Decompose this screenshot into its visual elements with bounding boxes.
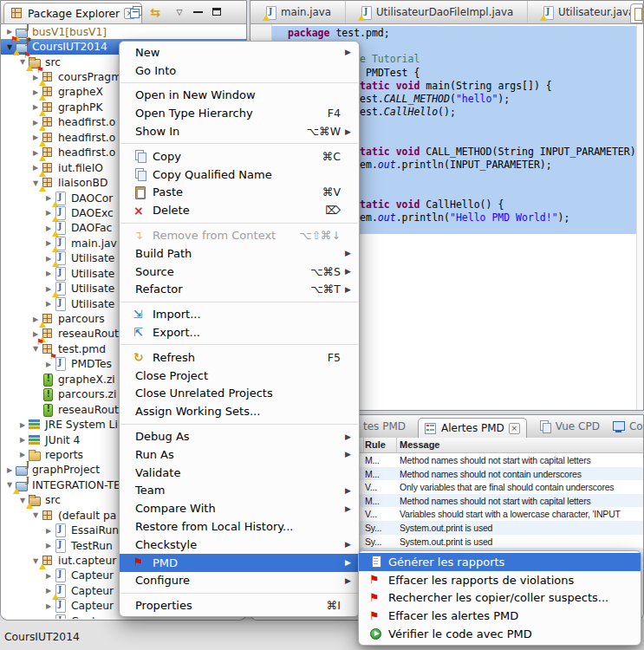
expand-arrow-icon[interactable]: ▶ (43, 255, 54, 263)
menu-item-restore-from-local-history[interactable]: Restore from Local History... (120, 517, 359, 536)
menu-item-checkstyle[interactable]: Checkstyle▶ (120, 536, 359, 554)
expand-arrow-icon[interactable]: ▶ (30, 330, 41, 338)
expand-arrow-icon[interactable]: ▶ (17, 451, 28, 458)
collapse-arrow-icon[interactable]: ▼ (17, 497, 28, 504)
menu-item-properties[interactable]: Properties⌘I (120, 596, 359, 614)
collapse-arrow-icon[interactable]: ▼ (30, 511, 41, 519)
menu-item-label: Compare With (135, 502, 216, 515)
expand-arrow-icon[interactable]: ▶ (4, 28, 15, 36)
menu-item-export[interactable]: ⇱Export... (120, 323, 359, 341)
submenu-arrow-icon: ▶ (341, 267, 351, 276)
collapse-arrow-icon[interactable]: ▼ (4, 43, 15, 51)
pmd-submenu-item-effacer-les-rapports-de-violations[interactable]: ⚑Effacer les rapports de violations (359, 571, 641, 589)
expand-arrow-icon[interactable]: ▶ (30, 149, 41, 157)
expand-arrow-icon[interactable]: ▶ (43, 602, 54, 610)
expand-arrow-icon[interactable]: ▶ (43, 270, 54, 277)
expand-arrow-icon[interactable]: ▶ (43, 285, 54, 293)
editor-tab-main-java[interactable]: main.java (250, 1, 346, 23)
collapse-arrow-icon[interactable]: ▼ (17, 58, 28, 66)
menu-item-copy-qualified-name[interactable]: Copy Qualified Name (120, 166, 359, 184)
expand-arrow-icon[interactable]: ▶ (43, 542, 54, 549)
menu-item-refactor[interactable]: Refactor⌥⌘T▶ (120, 281, 359, 299)
menu-item-validate[interactable]: Validate (120, 464, 359, 482)
expand-arrow-icon[interactable]: ▶ (43, 361, 54, 368)
tree-item-label: Capteur (71, 600, 114, 612)
editor-tab-partial[interactable] (630, 3, 643, 23)
collapse-arrow-icon[interactable]: ▼ (4, 481, 15, 489)
expand-arrow-icon[interactable]: ▶ (30, 315, 41, 323)
pmd-submenu-item-effacer-les-alertes-pmd[interactable]: ⚑Effacer les alertes PMD (359, 607, 641, 625)
overview-ruler[interactable] (636, 24, 643, 410)
menu-item-assign-working-sets[interactable]: Assign Working Sets... (120, 402, 359, 420)
menu-item-run-as[interactable]: Run As▶ (120, 445, 359, 464)
package-explorer-tab[interactable]: Package Explorer × (3, 3, 142, 23)
expand-arrow-icon[interactable]: ▶ (43, 300, 54, 308)
view-menu-icon[interactable]: ▽ (172, 4, 187, 20)
tree-item-label: JRE System Lib (45, 419, 125, 431)
column-divider[interactable] (363, 438, 364, 452)
expand-arrow-icon[interactable]: ▶ (43, 587, 54, 595)
alert-message-cell: Method names should not contain undersco… (400, 469, 641, 479)
expand-arrow-icon[interactable]: ▶ (43, 572, 54, 580)
minimize-icon[interactable] (191, 4, 206, 20)
menu-item-compare-with[interactable]: Compare With▶ (120, 499, 359, 517)
collapse-arrow-icon[interactable]: ▼ (30, 557, 41, 565)
maximize-icon[interactable] (210, 4, 225, 20)
menu-item-source[interactable]: Source⌥⌘S▶ (120, 263, 359, 281)
pmd-submenu-item-v-rifier-le-code-avec-pmd[interactable]: Vérifier le code avec PMD (359, 625, 641, 643)
pmd-submenu-item-g-n-rer-les-rapports[interactable]: Générer les rapports (359, 553, 641, 571)
expand-arrow-icon[interactable]: ▶ (17, 421, 28, 429)
menu-item-paste[interactable]: Paste⌘V (120, 184, 359, 202)
column-header-rule[interactable]: Rule (365, 439, 386, 450)
expand-arrow-icon[interactable]: ▶ (43, 617, 54, 619)
tab-synthese-pmd[interactable]: tes PMD (363, 420, 406, 432)
menu-item-show-in[interactable]: Show In⌥⌘W▶ (120, 122, 359, 140)
expand-arrow-icon[interactable]: ▶ (30, 74, 41, 81)
expand-arrow-icon[interactable]: ▶ (43, 239, 54, 247)
menu-item-team[interactable]: Team▶ (120, 482, 359, 500)
package-icon (41, 101, 55, 114)
expand-arrow-icon[interactable]: ▶ (30, 88, 41, 96)
expand-arrow-icon[interactable]: ▶ (43, 209, 54, 217)
expand-arrow-icon[interactable]: ▶ (43, 194, 54, 202)
collapse-all-icon[interactable] (128, 4, 144, 20)
expand-arrow-icon[interactable]: ▶ (43, 527, 54, 535)
expand-arrow-icon[interactable]: ▶ (43, 224, 54, 232)
expand-arrow-icon[interactable]: ▶ (30, 164, 41, 172)
menu-item-label: Rechercher les copier/coller suspects... (388, 591, 608, 604)
collapse-arrow-icon[interactable]: ▼ (30, 179, 41, 187)
menu-item-build-path[interactable]: Build Path▶ (120, 244, 359, 263)
collapse-arrow-icon[interactable]: ▼ (30, 345, 41, 353)
menu-shortcut: ⌥⌘T (310, 283, 341, 296)
menu-item-copy[interactable]: Copy⌘C (120, 147, 359, 166)
tree-item-busv1[interactable]: ▶✱busV1 [busV1] (1, 24, 246, 39)
menu-item-go-into[interactable]: Go Into (120, 62, 359, 80)
expand-arrow-icon[interactable]: ▶ (17, 436, 28, 444)
menu-item-refresh[interactable]: ↻RefreshF5 (120, 348, 359, 367)
expand-arrow-icon[interactable]: ▶ (4, 466, 15, 474)
tab-alertes-pmd[interactable]: Alertes PMD × (418, 418, 527, 438)
menu-item-new[interactable]: New▶ (120, 43, 359, 62)
tab-vue-cpd[interactable]: Vue CPD (539, 420, 600, 432)
menu-item-delete[interactable]: ×Delete⌦ (120, 201, 359, 219)
editor-tab-utilisateurdaofileimpl-java[interactable]: UtilisateurDaoFileImpl.java (346, 1, 528, 23)
link-with-editor-icon[interactable]: ⇆ (147, 4, 163, 20)
column-divider[interactable] (396, 438, 397, 452)
menu-item-open-in-new-window[interactable]: Open in New Window (120, 87, 359, 105)
menu-item-close-project[interactable]: Close Project (120, 367, 359, 385)
tab-console[interactable]: Console (612, 420, 644, 432)
menu-item-open-type-hierarchy[interactable]: Open Type HierarchyF4 (120, 104, 359, 122)
menu-item-label: PMD (153, 556, 178, 569)
menu-item-debug-as[interactable]: Debug As▶ (120, 427, 359, 445)
menu-item-configure[interactable]: Configure▶ (120, 572, 359, 590)
menu-item-import[interactable]: ⇲Import... (120, 305, 359, 323)
expand-arrow-icon[interactable]: ▶ (30, 133, 41, 141)
pmd-submenu-item-rechercher-les-copier-coller-suspects[interactable]: ⚑Rechercher les copier/coller suspects..… (359, 589, 641, 608)
menu-item-pmd[interactable]: ⚑PMD▶ (120, 554, 359, 572)
menu-item-close-unrelated-projects[interactable]: Close Unrelated Projects (120, 385, 359, 403)
editor-tab-utilisateur-java[interactable]: Utilisateur.java (528, 1, 643, 23)
expand-arrow-icon[interactable]: ▶ (30, 119, 41, 127)
close-icon[interactable]: × (509, 423, 520, 434)
column-header-message[interactable]: Message (400, 439, 439, 450)
expand-arrow-icon[interactable]: ▶ (30, 103, 41, 111)
